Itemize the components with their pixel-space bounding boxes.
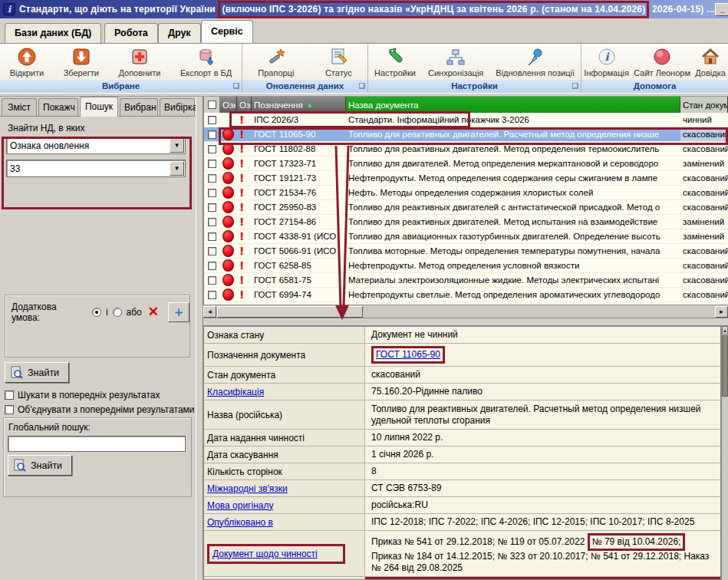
sidebar-tab-search[interactable]: Пошук bbox=[80, 97, 118, 117]
row-checkbox[interactable] bbox=[204, 113, 220, 127]
table-row[interactable]: !ГОСТ 27154-86Топливо для реактивных дви… bbox=[204, 215, 728, 229]
detail-label-link[interactable]: Класифікація bbox=[207, 387, 264, 397]
row-checkbox[interactable] bbox=[204, 244, 220, 258]
row-checkbox[interactable] bbox=[204, 273, 220, 287]
global-find-button[interactable]: Знайти bbox=[8, 455, 72, 476]
checkbox-icon[interactable] bbox=[208, 203, 216, 212]
detail-label-link[interactable]: Міжнародні зв'язки bbox=[207, 483, 288, 494]
scroll-up-icon[interactable]: ▲ bbox=[722, 326, 728, 334]
find-button[interactable]: Знайти bbox=[5, 362, 69, 383]
table-row[interactable]: !ГОСТ 11065-90Топливо для реактивных дви… bbox=[204, 127, 728, 142]
checkbox-icon[interactable] bbox=[208, 101, 216, 109]
checkbox-icon[interactable] bbox=[208, 291, 216, 299]
value-combobox[interactable]: 33 ▼ bbox=[6, 160, 186, 177]
checkbox-icon[interactable] bbox=[208, 218, 216, 226]
tab-print[interactable]: Друк bbox=[158, 23, 201, 43]
row-checkbox[interactable] bbox=[204, 200, 220, 214]
details-vertical-scrollbar[interactable]: ▲ bbox=[721, 326, 728, 580]
tab-service[interactable]: Сервіс bbox=[201, 20, 253, 43]
horizontal-splitter[interactable] bbox=[203, 318, 728, 326]
export-db-button[interactable]: Експорт в БД bbox=[178, 46, 234, 78]
save-button[interactable]: Зберегти bbox=[61, 46, 101, 78]
checkbox-icon[interactable] bbox=[5, 405, 14, 414]
detail-value-link[interactable]: ГОСТ 11065-90 bbox=[376, 349, 440, 360]
checkbox-icon[interactable] bbox=[208, 189, 216, 197]
table-row[interactable]: !ГОСТ 11802-88Топливо для реактивных дви… bbox=[204, 142, 728, 157]
help-button[interactable]: Довідка bbox=[693, 46, 728, 78]
site-leonorm-button[interactable]: Сайт Леонорм bbox=[631, 46, 693, 78]
table-row[interactable]: !ГОСТ 17323-71Топливо для двигателей. Ме… bbox=[204, 157, 728, 171]
minimize-button[interactable]: _ bbox=[715, 3, 728, 16]
search-previous-checkbox-row[interactable]: Шукати в попередніх результатах bbox=[5, 390, 195, 400]
radio-and[interactable] bbox=[92, 308, 101, 317]
append-button[interactable]: Доповнити bbox=[116, 46, 163, 78]
flags-button[interactable]: Прапорці bbox=[255, 46, 296, 78]
add-condition-button[interactable]: ＋ bbox=[168, 302, 189, 322]
row-checkbox[interactable] bbox=[204, 142, 220, 156]
group-dialog-launcher-icon[interactable] bbox=[359, 83, 365, 89]
criterion-combobox[interactable]: Ознака оновлення ▼ bbox=[6, 137, 186, 154]
table-row[interactable]: !ГОСТ 6994-74Нефтепродукты светлые. Мето… bbox=[204, 288, 728, 302]
status-button[interactable]: Статус bbox=[323, 46, 354, 78]
global-search-input[interactable] bbox=[8, 436, 186, 452]
checkbox-icon[interactable] bbox=[208, 262, 216, 270]
checkbox-icon[interactable] bbox=[208, 232, 216, 241]
table-row[interactable]: !ГОСТ 4338-91 (ИСОТопливо для авиационны… bbox=[204, 229, 728, 244]
row-checkbox[interactable] bbox=[204, 171, 220, 185]
header-ozn1[interactable]: Озн bbox=[220, 97, 237, 113]
detail-label-link[interactable]: Мова оригіналу bbox=[207, 500, 273, 511]
table-row[interactable]: !ГОСТ 25950-83Топливо для реактивных дви… bbox=[204, 200, 728, 215]
scroll-left-icon[interactable]: ◄ bbox=[203, 306, 216, 318]
sidebar-tab-contents[interactable]: Зміст bbox=[2, 98, 37, 116]
row-checkbox[interactable] bbox=[204, 215, 220, 229]
table-horizontal-scrollbar[interactable]: ◄ ► bbox=[203, 305, 728, 318]
row-checkbox[interactable] bbox=[204, 229, 220, 243]
header-document-name[interactable]: Назва документа bbox=[346, 97, 680, 113]
sidebar-tab-index[interactable]: Покажч bbox=[38, 98, 78, 116]
row-checkbox[interactable] bbox=[204, 127, 220, 141]
chevron-down-icon[interactable]: ▼ bbox=[170, 161, 184, 176]
detail-label-link[interactable]: Опубліковано в bbox=[207, 517, 273, 528]
checkbox-icon[interactable] bbox=[208, 130, 216, 139]
information-button[interactable]: i Інформація bbox=[581, 46, 631, 78]
table-row[interactable]: !ГОСТ 21534-76Нефть. Методы определения … bbox=[204, 186, 728, 200]
group-dialog-launcher-icon[interactable] bbox=[233, 83, 239, 89]
delete-condition-icon[interactable]: ✕ bbox=[148, 307, 159, 318]
chevron-down-icon[interactable]: ▼ bbox=[170, 138, 184, 153]
scrollbar-thumb[interactable] bbox=[217, 306, 363, 318]
row-checkbox[interactable] bbox=[204, 259, 220, 272]
table-row[interactable]: !ГОСТ 5066-91 (ИСОТоплива моторные. Мето… bbox=[204, 244, 728, 259]
header-ozn2[interactable]: Озн bbox=[237, 97, 252, 113]
union-previous-checkbox-row[interactable]: Об'єднувати з попередніми результатами bbox=[5, 404, 195, 415]
settings-button[interactable]: Настройки bbox=[372, 46, 418, 78]
table-row[interactable]: !ІПС 2026/3Стандарти. Інформаційний пока… bbox=[204, 113, 728, 127]
row-checkbox[interactable] bbox=[204, 186, 220, 199]
sidebar-tab-selected[interactable]: Вибран bbox=[120, 98, 158, 116]
checkbox-icon[interactable] bbox=[5, 391, 14, 400]
tab-work[interactable]: Робота bbox=[104, 23, 158, 43]
checkbox-icon[interactable] bbox=[208, 116, 216, 124]
header-document-state[interactable]: Стан документа bbox=[680, 97, 728, 113]
scrollbar-thumb[interactable] bbox=[722, 335, 728, 397]
detail-label-link[interactable]: Документ щодо чинності bbox=[212, 549, 318, 559]
table-row[interactable]: !ГОСТ 6258-85Нефтепродукты. Метод опреде… bbox=[204, 259, 728, 273]
checkbox-icon[interactable] bbox=[208, 145, 216, 153]
sync-button[interactable]: Синхронізація bbox=[426, 46, 486, 78]
sidebar-tab-selection[interactable]: Вибірка bbox=[160, 98, 195, 116]
row-checkbox[interactable] bbox=[204, 157, 220, 170]
checkbox-icon[interactable] bbox=[208, 276, 216, 285]
table-row[interactable]: !ГОСТ 6581-75Материалы электроизоляционн… bbox=[204, 273, 728, 288]
scroll-right-icon[interactable]: ► bbox=[715, 306, 728, 318]
table-row[interactable]: !ГОСТ 19121-73Нефтепродукты. Метод опред… bbox=[204, 171, 728, 186]
restore-position-button[interactable]: Відновлення позиції bbox=[493, 46, 577, 78]
group-dialog-launcher-icon[interactable] bbox=[572, 83, 578, 89]
checkbox-icon[interactable] bbox=[208, 174, 216, 183]
checkbox-icon[interactable] bbox=[208, 247, 216, 255]
tab-databases[interactable]: Бази даних (БД) bbox=[5, 23, 101, 43]
row-checkbox[interactable] bbox=[204, 288, 220, 302]
header-designation[interactable]: Позначення▲ bbox=[252, 97, 346, 113]
vertical-splitter[interactable] bbox=[196, 97, 203, 580]
radio-or[interactable] bbox=[113, 308, 122, 317]
select-all-header[interactable] bbox=[204, 97, 220, 113]
checkbox-icon[interactable] bbox=[208, 160, 216, 168]
